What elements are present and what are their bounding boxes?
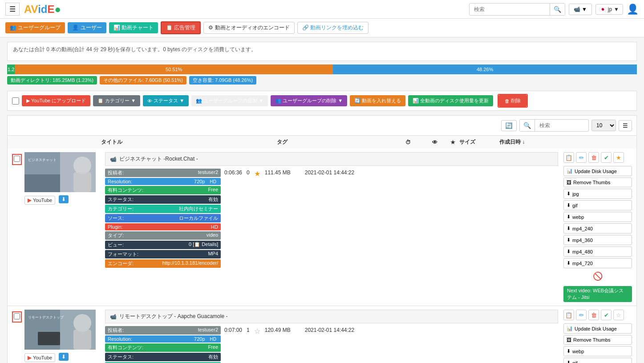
search-box: 🔍: [469, 3, 565, 16]
row1-thumbnail: ビジネスチャット: [24, 152, 96, 192]
row2-remove-thumbs-btn[interactable]: 🖼 Remove Thumbs: [563, 335, 632, 345]
delete-icon[interactable]: 🗑: [588, 152, 599, 163]
row1-mp4-360-btn[interactable]: ⬇ mp4_360: [563, 235, 632, 245]
row1-webp-btn[interactable]: ⬇ webp: [563, 212, 632, 222]
tag-resolution: Resolution:720p HD: [105, 178, 221, 185]
user-group-add-button[interactable]: 👥 ユーザーグループの追加 ▼: [191, 95, 268, 106]
fav-col-header: ★: [446, 139, 459, 145]
row1-gif-btn[interactable]: ⬇ gif: [563, 200, 632, 210]
row1-jpg-btn[interactable]: ⬇ jpg: [563, 189, 632, 199]
status-button[interactable]: 👁 ステータス ▼: [143, 95, 189, 106]
row1-next-video-banner[interactable]: Next video: WEB会議システム - Jitsi: [563, 286, 632, 302]
refresh-button[interactable]: 🔄: [501, 120, 517, 131]
nav-video-chart[interactable]: 📊 動画チャート: [109, 22, 158, 33]
delete-button[interactable]: 🗑 削除: [498, 95, 527, 107]
nav-embed[interactable]: 🔗 動画リンクを埋め込む: [297, 22, 369, 34]
row1-mp4-480-btn[interactable]: ⬇ mp4_480: [563, 246, 632, 257]
row1-views: 0: [247, 169, 250, 269]
language-selector[interactable]: 🇯🇵 jp ▼: [595, 4, 623, 15]
row2-badges: ▶ YouTube ⬇: [24, 351, 102, 362]
flag-icon: 🇯🇵: [599, 6, 606, 12]
star-action-icon[interactable]: ★: [613, 152, 624, 163]
update-disk-button[interactable]: 📊 全動画のディスク使用量を更新: [408, 95, 493, 106]
table-search-icon-btn[interactable]: 🔍: [520, 120, 535, 131]
delete-icon[interactable]: 🗑: [588, 310, 599, 320]
tag-paid: 有料コンテンツ:Free: [105, 186, 221, 194]
tag-row: 投稿者:testuser2: [105, 169, 221, 177]
tag-row: ビュー:0 [📋 Details]: [105, 241, 221, 249]
navbar: 👥 ユーザーグループ 👤 ユーザー 📊 動画チャート 📋 広告管理 ⚙ 動画とオ…: [0, 19, 644, 37]
edit-icon[interactable]: ✏: [576, 152, 587, 163]
user-group-del-button[interactable]: 👥 ユーザーグループの削除 ▼: [271, 95, 347, 106]
download-icon: ⬇: [567, 191, 571, 197]
category-icon: 📋: [97, 98, 104, 104]
thumb2-svg: リモートデスクトップ: [24, 310, 96, 350]
row2-favorite[interactable]: ☆: [254, 327, 260, 363]
row2-download-badge[interactable]: ⬇: [59, 353, 69, 361]
category-button[interactable]: 📋 カテゴリー ▼: [93, 95, 140, 106]
copy-icon[interactable]: 📋: [563, 152, 574, 163]
row1-checkbox[interactable]: [14, 156, 20, 162]
user-avatar[interactable]: 👤: [627, 4, 639, 15]
star-action-icon[interactable]: ☆: [613, 310, 624, 320]
nav-user-groups[interactable]: 👥 ユーザーグループ: [5, 22, 65, 33]
progress-seg-other: 50.51%: [15, 65, 333, 74]
row2-webp-btn[interactable]: ⬇ webp: [563, 346, 632, 356]
video-type-icon: 📹: [110, 156, 117, 162]
video-toolbar: ▶ YouTube にアップロード 📋 カテゴリー ▼ 👁 ステータス ▼ 👥 …: [7, 91, 637, 111]
view-toggle-button[interactable]: ☰: [619, 120, 632, 131]
swap-video-button[interactable]: 🔄 動画を入れ替える: [350, 95, 405, 106]
star-icon: ☆: [254, 327, 260, 335]
row1-youtube-badge[interactable]: ▶ YouTube: [24, 196, 55, 205]
row2-checkbox[interactable]: [14, 313, 20, 319]
download-icon: ⬇: [567, 260, 571, 266]
svg-text:ビジネスチャット: ビジネスチャット: [28, 158, 57, 162]
nav-users[interactable]: 👤 ユーザー: [68, 22, 106, 33]
tag-row: ステータス:有効: [105, 195, 221, 204]
tag-format: フォーマット:MP4: [105, 250, 221, 258]
nav-ad-management[interactable]: 📋 広告管理: [161, 21, 201, 34]
camera-button[interactable]: 📹 ▼: [569, 4, 592, 15]
approve-icon[interactable]: ✔: [601, 310, 612, 320]
tag-row: カテゴリー:社内向けセミナー: [105, 205, 221, 213]
row1-remove-thumbs-btn[interactable]: 🖼 Remove Thumbs: [563, 177, 632, 187]
download-icon: ⬇: [567, 348, 571, 354]
tag-status: ステータス:有効: [105, 195, 221, 204]
row1-title-box: 📹 ビジネスチャット -Rocket.Chat -: [105, 152, 558, 166]
menu-button[interactable]: ☰: [5, 3, 20, 16]
tag-row: 有料コンテンツ:Free: [105, 343, 221, 352]
per-page-select[interactable]: 10 25 50 100: [591, 120, 616, 131]
tag-source: ソース:ローカルファイル: [105, 214, 221, 222]
column-headers: タイトル タグ ⏱ 👁 ★ サイズ 作成日時 ↓: [7, 135, 637, 149]
row1-title: ビジネスチャット -Rocket.Chat -: [119, 155, 198, 163]
table-row: ビジネスチャット ▶ YouTube ⬇ 📹 ビジネスチャット -Rocket.…: [7, 149, 637, 306]
row2-duration: 0:07:00: [224, 327, 242, 363]
tag-uploader: 投稿者:testuser2: [105, 326, 221, 335]
search-button[interactable]: 🔍: [550, 4, 565, 15]
chart-icon: 📊: [413, 98, 419, 104]
row2-date: 2021-02-01 14:44:22: [305, 327, 363, 363]
row1-favorite[interactable]: ★: [254, 169, 260, 269]
approve-icon[interactable]: ✔: [601, 152, 612, 163]
row1-content: 📹 ビジネスチャット -Rocket.Chat - 投稿者:testuser2 …: [105, 152, 632, 302]
row1-update-disk-btn[interactable]: 📊 Update Disk Usage: [563, 166, 632, 176]
image-icon: 🖼: [567, 337, 571, 343]
row2-update-disk-btn[interactable]: 📊 Update Disk Usage: [563, 323, 632, 334]
search-input[interactable]: [470, 4, 550, 15]
row1-mp4-720-btn[interactable]: ⬇ mp4_720: [563, 258, 632, 268]
row1-mp4-240-btn[interactable]: ⬇ mp4_240: [563, 223, 632, 234]
table-search-input[interactable]: [535, 120, 588, 131]
row2-youtube-badge[interactable]: ▶ YouTube: [24, 353, 55, 362]
disk-progress-bar: 1.2 50.51% 48.26%: [7, 65, 637, 74]
select-all-checkbox[interactable]: [12, 97, 19, 105]
row1-download-badge[interactable]: ⬇: [59, 195, 69, 203]
copy-icon[interactable]: 📋: [563, 310, 574, 320]
nav-encode[interactable]: ⚙ 動画とオーディオのエンコード: [203, 22, 294, 34]
row2-stats: 0:07:00 1 ☆ 120.49 MB 2021-02-01 14:44:2: [224, 326, 363, 363]
date-col-header[interactable]: 作成日時 ↓: [499, 138, 571, 146]
row2-gif-btn[interactable]: ⬇ gif: [563, 358, 632, 363]
youtube-upload-button[interactable]: ▶ YouTube にアップロード: [22, 95, 90, 106]
download-icon: ⬇: [567, 360, 571, 363]
views-col-header: 👁: [424, 139, 446, 145]
edit-icon[interactable]: ✏: [576, 310, 587, 320]
